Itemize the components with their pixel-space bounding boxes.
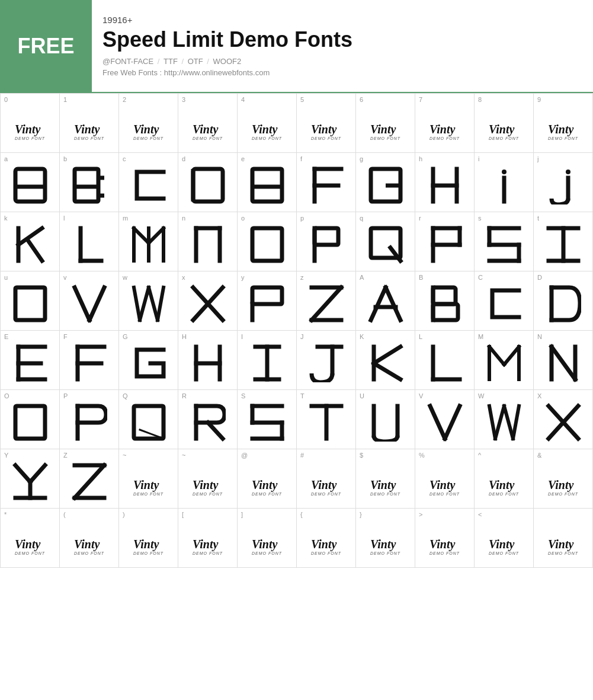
glyph-cell-G: G xyxy=(119,331,178,390)
glyph-cell: 0 VintyDEMO FONT xyxy=(1,94,60,153)
svg-line-56 xyxy=(75,287,89,320)
glyph-cell-j: j xyxy=(534,153,593,212)
glyph-cell-lparen: ( VintyDEMO FONT xyxy=(60,509,119,568)
glyph-cell-J: J xyxy=(297,331,356,390)
svg-line-67 xyxy=(312,287,341,320)
header-info: 19916+ Speed Limit Demo Fonts @FONT-FACE… xyxy=(92,0,363,92)
glyph-cell-at: @ VintyDEMO FONT xyxy=(238,449,297,509)
glyph-cell: 3 VintyDEMO FONT xyxy=(178,94,238,153)
glyph-cell-s: s xyxy=(475,212,534,271)
glyph-cell-N: N xyxy=(534,331,593,390)
glyph-cell-B: B xyxy=(415,271,475,331)
glyph-cell-O: O xyxy=(1,390,60,449)
glyph-cell-t: t xyxy=(534,212,593,271)
svg-line-57 xyxy=(89,287,104,320)
glyph-cell-Z2: Z xyxy=(60,449,119,509)
svg-line-32 xyxy=(134,228,149,243)
svg-point-23 xyxy=(566,170,570,174)
glyph-cell-X: X xyxy=(534,390,593,449)
glyph-cell-L: L xyxy=(415,331,475,390)
glyph-cell-e: e xyxy=(238,153,297,212)
glyph-cell-P: P xyxy=(60,390,119,449)
glyph-cell-star: * VintyDEMO FONT xyxy=(1,509,60,568)
glyph-cell-q: q xyxy=(356,212,415,271)
format-woof2[interactable]: WOOF2 xyxy=(213,57,242,66)
glyph-cell-rbracket: ] VintyDEMO FONT xyxy=(238,509,297,568)
glyph-cell-r: r xyxy=(415,212,475,271)
glyph-cell-W: W xyxy=(475,390,534,449)
svg-rect-73 xyxy=(433,287,456,304)
glyph-cell-k: k xyxy=(1,212,60,271)
glyph-cell-c: c xyxy=(119,153,178,212)
format-otf[interactable]: OTF xyxy=(188,57,203,66)
glyph-cell-x: x xyxy=(178,271,238,331)
svg-line-119 xyxy=(445,406,460,439)
glyph-cell-h: h xyxy=(415,153,475,212)
svg-line-99 xyxy=(504,347,519,365)
svg-line-98 xyxy=(489,347,504,365)
glyph-cell-p: p xyxy=(297,212,356,271)
svg-line-26 xyxy=(27,239,42,261)
svg-line-121 xyxy=(513,406,519,439)
glyph-cell: 6 VintyDEMO FONT xyxy=(356,94,415,153)
free-badge: FREE xyxy=(0,0,92,92)
glyph-cell-dollar: $ VintyDEMO FONT xyxy=(356,449,415,509)
svg-line-123 xyxy=(504,406,513,439)
glyph-cell: 7 VintyDEMO FONT xyxy=(415,94,475,153)
glyph-grid: 0 VintyDEMO FONT 1 VintyDEMO FONT 2 Vint… xyxy=(0,93,593,568)
glyph-cell: 2 VintyDEMO FONT xyxy=(119,94,178,153)
glyph-cell-w: w xyxy=(119,271,178,331)
glyph-cell-n: n xyxy=(178,212,238,271)
glyph-cell-y: y xyxy=(238,271,297,331)
glyph-cell-m: m xyxy=(119,212,178,271)
svg-line-131 xyxy=(75,465,104,498)
svg-rect-74 xyxy=(433,304,458,320)
glyph-cell-d: d xyxy=(178,153,238,212)
glyph-cell-v: v xyxy=(60,271,119,331)
glyph-cell-C: C xyxy=(475,271,534,331)
svg-line-33 xyxy=(149,228,164,243)
svg-rect-54 xyxy=(15,287,45,320)
glyph-cell-R: R xyxy=(178,390,238,449)
glyph-cell-V: V xyxy=(415,390,475,449)
glyph-cell-caret: ^ VintyDEMO FONT xyxy=(475,449,534,509)
glyph-cell-H: H xyxy=(178,331,238,390)
glyph-cell-Q: Q xyxy=(119,390,178,449)
glyph-cell-g: g xyxy=(356,153,415,212)
glyph-cell-rparen: ) VintyDEMO FONT xyxy=(119,509,178,568)
format-ttf[interactable]: TTF xyxy=(164,57,178,66)
format-fontface[interactable]: @FONT-FACE xyxy=(102,57,153,66)
svg-line-122 xyxy=(495,406,504,439)
glyph-cell-l: l xyxy=(60,212,119,271)
glyph-cell-o: o xyxy=(238,212,297,271)
svg-line-92 xyxy=(374,347,400,363)
glyph-cell-z: z xyxy=(297,271,356,331)
svg-line-69 xyxy=(371,287,386,320)
glyph-cell-I: I xyxy=(238,331,297,390)
glyph-cell-lbracket: [ VintyDEMO FONT xyxy=(178,509,238,568)
glyph-cell-i: i xyxy=(475,153,534,212)
svg-rect-103 xyxy=(15,406,45,439)
svg-line-93 xyxy=(374,363,400,379)
svg-line-59 xyxy=(158,287,164,320)
glyph-cell: 1 VintyDEMO FONT xyxy=(60,94,119,153)
glyph-cell-F2: F xyxy=(60,331,119,390)
svg-rect-37 xyxy=(252,228,282,261)
glyph-cell-S: S xyxy=(238,390,297,449)
glyph-cell-percent: % VintyDEMO FONT xyxy=(415,449,475,509)
glyph-cell-lt: < VintyDEMO FONT xyxy=(475,509,534,568)
font-count: 19916+ xyxy=(102,15,352,25)
glyph-cell: 5 VintyDEMO FONT xyxy=(297,94,356,153)
glyph-cell-tilde1: ~ VintyDEMO FONT xyxy=(119,449,178,509)
glyph-cell-u: u xyxy=(1,271,60,331)
glyph-cell-f: f xyxy=(297,153,356,212)
glyph-cell-K: K xyxy=(356,331,415,390)
font-url: Free Web Fonts : http://www.onlinewebfon… xyxy=(102,68,352,77)
glyph-cell-extra: VintyDEMO FONT xyxy=(534,509,593,568)
glyph-cell-U: U xyxy=(356,390,415,449)
page-title: Speed Limit Demo Fonts xyxy=(102,27,352,52)
svg-line-108 xyxy=(208,423,223,439)
page-header: FREE 19916+ Speed Limit Demo Fonts @FONT… xyxy=(0,0,593,93)
svg-line-126 xyxy=(15,465,30,482)
svg-line-70 xyxy=(386,287,400,320)
